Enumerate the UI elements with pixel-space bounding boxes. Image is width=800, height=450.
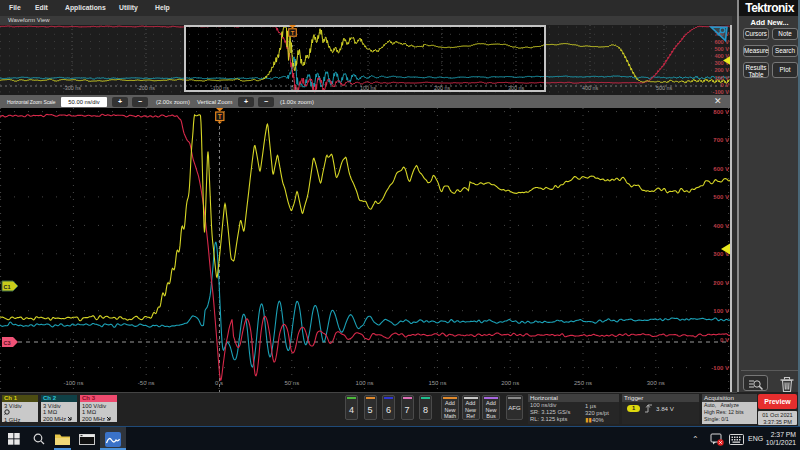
svg-text:800 V: 800 V — [713, 109, 729, 115]
svg-text:-100 ns: -100 ns — [63, 380, 83, 386]
svg-text:100 V: 100 V — [714, 75, 729, 81]
svg-text:300 ns: 300 ns — [647, 380, 665, 386]
svg-text:100 V: 100 V — [713, 308, 729, 314]
svg-text:700 V: 700 V — [713, 137, 729, 143]
svg-text:-50 ns: -50 ns — [138, 380, 155, 386]
svg-text:600 V: 600 V — [714, 39, 729, 45]
svg-text:0 s: 0 s — [215, 380, 223, 386]
svg-text:200 ns: 200 ns — [501, 380, 519, 386]
svg-text:600 V: 600 V — [713, 166, 729, 172]
svg-text:-100 ns: -100 ns — [211, 85, 229, 91]
svg-text:0 s: 0 s — [290, 85, 297, 91]
svg-text:0 V: 0 V — [720, 337, 729, 343]
svg-text:400 V: 400 V — [713, 223, 729, 229]
svg-text:400 ns: 400 ns — [582, 85, 598, 91]
svg-text:C3: C3 — [4, 340, 11, 346]
svg-text:200 V: 200 V — [714, 67, 729, 73]
svg-text:50 ns: 50 ns — [284, 380, 299, 386]
svg-text:C1: C1 — [4, 284, 11, 290]
svg-text:200 ns: 200 ns — [434, 85, 450, 91]
svg-text:150 ns: 150 ns — [428, 380, 446, 386]
svg-text:200 V: 200 V — [713, 280, 729, 286]
svg-text:500 V: 500 V — [714, 46, 729, 52]
svg-text:250 ns: 250 ns — [574, 380, 592, 386]
svg-text:500 ns: 500 ns — [656, 85, 672, 91]
svg-text:T: T — [291, 30, 295, 36]
svg-text:500 V: 500 V — [713, 194, 729, 200]
svg-text:100 ns: 100 ns — [356, 380, 374, 386]
svg-text:-300 ns: -300 ns — [63, 85, 81, 91]
svg-text:-200 ns: -200 ns — [137, 85, 155, 91]
svg-text:T: T — [218, 113, 222, 120]
svg-text:100 ns: 100 ns — [360, 85, 376, 91]
svg-text:-100 V: -100 V — [711, 365, 729, 371]
svg-text:300 ns: 300 ns — [508, 85, 524, 91]
svg-text:0 V: 0 V — [721, 82, 730, 88]
